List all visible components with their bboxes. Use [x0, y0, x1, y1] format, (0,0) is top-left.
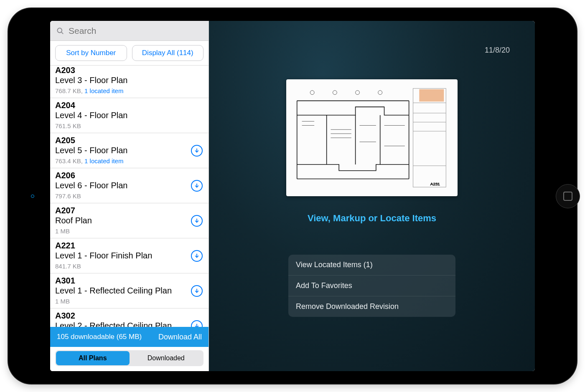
plan-size: 763.4 KB — [55, 157, 81, 164]
plan-thumbnail[interactable]: A231 — [286, 79, 458, 196]
plan-number: A207 — [55, 206, 203, 215]
tab-downloaded[interactable]: Downloaded — [130, 351, 203, 365]
plan-number: A206 — [55, 171, 203, 180]
download-icon[interactable] — [191, 215, 203, 227]
sort-button[interactable]: Sort by Number — [55, 45, 127, 61]
download-icon[interactable] — [191, 180, 203, 192]
plan-item[interactable]: A206Level 6 - Floor Plan797.6 KB — [50, 168, 209, 203]
plan-list[interactable]: A203Level 3 - Floor Plan768.7 KB, 1 loca… — [50, 66, 209, 327]
plan-meta: 1 MB — [55, 298, 203, 305]
plan-number: A302 — [55, 311, 203, 321]
segmented-control-wrap: All Plans Downloaded — [50, 347, 209, 371]
download-all-button[interactable]: Download All — [158, 333, 202, 341]
plan-size: 768.7 KB — [55, 87, 81, 94]
segmented-control[interactable]: All Plans Downloaded — [55, 350, 203, 366]
plan-title: Roof Plan — [55, 215, 203, 226]
plan-number: A221 — [55, 241, 203, 250]
viewer-pane: 11/8/20 — [209, 21, 535, 371]
downloadable-info: 105 downloadable (65 MB) — [57, 333, 142, 341]
home-button[interactable] — [556, 184, 580, 208]
plan-size: 1 MB — [55, 298, 70, 305]
svg-line-1 — [61, 32, 63, 33]
action-view-located[interactable]: View Located Items (1) — [288, 255, 455, 276]
plan-item[interactable]: A221Level 1 - Floor Finish Plan841.7 KB — [50, 238, 209, 273]
action-add-favorites[interactable]: Add To Favorites — [288, 276, 455, 296]
plan-title: Level 6 - Floor Plan — [55, 180, 203, 191]
plan-number: A301 — [55, 276, 203, 286]
sidebar: Sort by Number Display All (114) A203Lev… — [50, 21, 209, 371]
svg-text:A231: A231 — [430, 182, 440, 186]
plan-item[interactable]: A204Level 4 - Floor Plan761.5 KB — [50, 98, 209, 133]
download-icon[interactable] — [191, 250, 203, 262]
plan-meta: 763.4 KB, 1 located item — [55, 157, 203, 164]
revision-date: 11/8/20 — [485, 46, 510, 55]
action-list: View Located Items (1) Add To Favorites … — [288, 255, 455, 317]
svg-rect-10 — [419, 89, 444, 102]
download-icon[interactable] — [191, 285, 203, 297]
located-item-link[interactable]: 1 located item — [84, 87, 123, 94]
plan-meta: 797.6 KB — [55, 192, 203, 200]
plan-meta: 841.7 KB — [55, 263, 203, 270]
plan-title: Level 1 - Floor Finish Plan — [55, 250, 203, 261]
blueprint-preview: A231 — [290, 83, 454, 193]
filter-row: Sort by Number Display All (114) — [50, 41, 209, 66]
plan-size: 1 MB — [55, 228, 70, 235]
plan-number: A204 — [55, 101, 203, 110]
camera-dot — [31, 195, 34, 198]
action-remove-downloaded[interactable]: Remove Downloaded Revision — [288, 296, 455, 317]
search-icon — [56, 27, 64, 35]
download-icon[interactable] — [191, 145, 203, 157]
plan-title: Level 5 - Floor Plan — [55, 145, 203, 156]
search-input[interactable] — [69, 26, 203, 36]
plan-item[interactable]: A205Level 5 - Floor Plan763.4 KB, 1 loca… — [50, 133, 209, 168]
plan-title: Level 3 - Floor Plan — [55, 75, 203, 86]
plan-title: Level 4 - Floor Plan — [55, 110, 203, 121]
screen: Sort by Number Display All (114) A203Lev… — [50, 21, 535, 371]
tablet-frame: Sort by Number Display All (114) A203Lev… — [8, 8, 577, 384]
plan-number: A203 — [55, 66, 203, 75]
plan-title: Level 2 - Reflected Ceiling Plan — [55, 321, 203, 327]
plan-item[interactable]: A203Level 3 - Floor Plan768.7 KB, 1 loca… — [50, 66, 209, 98]
download-bar: 105 downloadable (65 MB) Download All — [50, 327, 209, 347]
plan-size: 761.5 KB — [55, 122, 81, 129]
plan-size: 797.6 KB — [55, 192, 81, 200]
plan-number: A205 — [55, 136, 203, 145]
plan-size: 841.7 KB — [55, 263, 81, 270]
search-bar[interactable] — [50, 21, 209, 41]
plan-meta: 1 MB — [55, 228, 203, 235]
plan-title: Level 1 - Reflected Ceiling Plan — [55, 286, 203, 296]
tab-all-plans[interactable]: All Plans — [56, 351, 130, 365]
view-markup-link[interactable]: View, Markup or Locate Items — [209, 213, 535, 224]
display-all-button[interactable]: Display All (114) — [132, 45, 204, 61]
plan-meta: 768.7 KB, 1 located item — [55, 87, 203, 94]
located-item-link[interactable]: 1 located item — [84, 157, 123, 164]
plan-item[interactable]: A207Roof Plan1 MB — [50, 203, 209, 238]
plan-item[interactable]: A302Level 2 - Reflected Ceiling Plan941.… — [50, 309, 209, 327]
plan-item[interactable]: A301Level 1 - Reflected Ceiling Plan1 MB — [50, 273, 209, 309]
plan-meta: 761.5 KB — [55, 122, 203, 129]
